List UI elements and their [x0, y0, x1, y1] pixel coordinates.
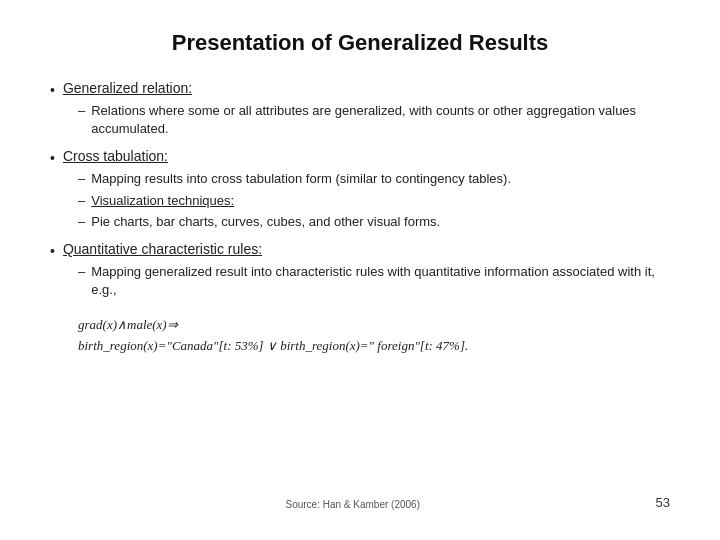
formula-line-1: grad(x)∧male(x)⇒	[78, 315, 670, 336]
sub-item-generalized-desc: – Relations where some or all attributes…	[78, 102, 670, 138]
bullet-dot-1: •	[50, 82, 55, 98]
content-area: • Generalized relation: – Relations wher…	[50, 80, 670, 489]
bullet-generalized-relation: • Generalized relation: – Relations wher…	[50, 80, 670, 138]
dash-5: –	[78, 263, 85, 281]
bullet-main-quantitative: • Quantitative characteristic rules:	[50, 241, 670, 259]
visualization-text: Pie charts, bar charts, curves, cubes, a…	[91, 213, 440, 231]
generalized-relation-label: Generalized relation:	[63, 80, 192, 96]
formula-line-2: birth_region(x)="Canada"[t: 53%] ∨ birth…	[78, 336, 670, 357]
cross-tabulation-label: Cross tabulation:	[63, 148, 168, 164]
generalized-relation-subitems: – Relations where some or all attributes…	[78, 102, 670, 138]
sub-item-visualization-desc: – Pie charts, bar charts, curves, cubes,…	[78, 213, 670, 231]
dash-3: –	[78, 192, 85, 210]
quantitative-rules-label: Quantitative characteristic rules:	[63, 241, 262, 257]
bullet-main-cross: • Cross tabulation:	[50, 148, 670, 166]
bullet-dot-3: •	[50, 243, 55, 259]
cross-tab-text: Mapping results into cross tabulation fo…	[91, 170, 511, 188]
dash-2: –	[78, 170, 85, 188]
slide: Presentation of Generalized Results • Ge…	[0, 0, 720, 540]
slide-title: Presentation of Generalized Results	[50, 30, 670, 56]
bullet-quantitative-rules: • Quantitative characteristic rules: – M…	[50, 241, 670, 299]
page-number: 53	[656, 495, 670, 510]
generalized-relation-text: Relations where some or all attributes a…	[91, 102, 670, 138]
visualization-techniques-label: Visualization techniques:	[91, 192, 234, 210]
sub-item-cross-desc: – Mapping results into cross tabulation …	[78, 170, 670, 188]
quantitative-subitems: – Mapping generalized result into charac…	[78, 263, 670, 299]
quantitative-text: Mapping generalized result into characte…	[91, 263, 670, 299]
dash-4: –	[78, 213, 85, 231]
bullet-main-generalized: • Generalized relation:	[50, 80, 670, 98]
footer: Source: Han & Kamber (2006) 53	[50, 489, 670, 510]
cross-tabulation-subitems: – Mapping results into cross tabulation …	[78, 170, 670, 231]
source-text: Source: Han & Kamber (2006)	[50, 499, 656, 510]
bullet-cross-tabulation: • Cross tabulation: – Mapping results in…	[50, 148, 670, 231]
sub-item-visualization-label: – Visualization techniques:	[78, 192, 670, 210]
formula-block: grad(x)∧male(x)⇒ birth_region(x)="Canada…	[78, 315, 670, 357]
bullet-dot-2: •	[50, 150, 55, 166]
sub-item-quant-desc: – Mapping generalized result into charac…	[78, 263, 670, 299]
dash-1: –	[78, 102, 85, 120]
